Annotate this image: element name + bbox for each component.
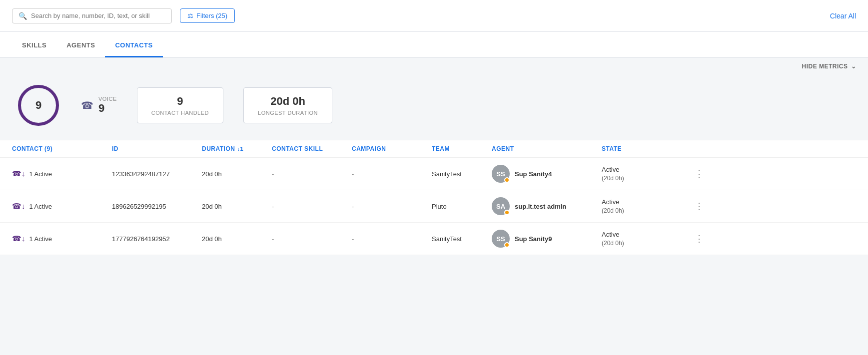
col-state: STATE [602,145,692,152]
contact-label-3: 1 Active [29,235,52,243]
filter-button[interactable]: ⚖ Filters (25) [180,8,235,23]
state-main-2: Active [602,198,692,207]
skill-cell-1: - [272,170,352,178]
state-sub-1: (20d 0h) [602,174,692,183]
skill-cell-2: - [272,203,352,210]
contact-label-1: 1 Active [29,170,52,178]
team-cell-3: SanityTest [432,235,492,243]
hide-metrics-button[interactable]: HIDE METRICS ⌄ [802,63,856,70]
col-duration-label: DURATION [202,145,235,152]
contact-cell-3: ☎↓ 1 Active [12,234,112,243]
search-icon: 🔍 [18,12,27,20]
col-contact: CONTACT (9) [12,145,112,152]
metrics-toggle-bar: HIDE METRICS ⌄ [0,58,868,75]
agent-cell-1: SS Sup Sanity4 [492,165,602,183]
chevron-down-icon: ⌄ [851,63,857,70]
actions-cell-1: ⋮ [692,167,712,180]
longest-duration-label: LONGEST DURATION [258,110,318,116]
agent-status-indicator-1 [504,177,510,183]
state-main-3: Active [602,230,692,239]
campaign-cell-3: - [352,235,432,243]
col-actions [692,145,712,152]
agent-cell-3: SS Sup Sanity9 [492,230,602,248]
table-row: ☎↓ 1 Active 1777926764192952 20d 0h - - … [0,223,868,255]
actions-cell-3: ⋮ [692,232,712,245]
call-inbound-icon-2: ☎↓ [12,202,25,211]
hide-metrics-label: HIDE METRICS [802,63,848,70]
tab-contacts[interactable]: CONTACTS [105,34,162,57]
more-actions-button-3[interactable]: ⋮ [692,232,707,245]
state-cell-1: Active (20d 0h) [602,165,692,183]
campaign-cell-1: - [352,170,432,178]
search-box: 🔍 [12,8,172,23]
donut-value: 9 [35,99,41,112]
agent-name-1: Sup Sanity4 [515,170,552,178]
call-inbound-icon-3: ☎↓ [12,234,25,243]
contact-cell-2: ☎↓ 1 Active [12,202,112,211]
avatar-3: SS [492,230,510,248]
col-team: TEAM [432,145,492,152]
agent-name-3: Sup Sanity9 [515,235,552,243]
longest-duration-value: 20d 0h [258,95,318,108]
agent-name-2: sup.it.test admin [515,203,566,210]
tabs-bar: SKILLS AGENTS CONTACTS [0,32,868,58]
top-bar-left: 🔍 ⚖ Filters (25) [12,8,235,23]
table-row: ☎↓ 1 Active 1233634292487127 20d 0h - - … [0,158,868,190]
voice-count: 9 [98,102,117,115]
filter-label: Filters (25) [196,12,227,19]
more-actions-button-1[interactable]: ⋮ [692,167,707,180]
campaign-cell-2: - [352,203,432,210]
contact-handled-card: 9 CONTACT HANDLED [137,87,223,123]
col-duration[interactable]: DURATION ↓1 [202,145,272,152]
agent-cell-2: SA sup.it.test admin [492,197,602,215]
more-actions-button-2[interactable]: ⋮ [692,200,707,213]
team-cell-1: SanityTest [432,170,492,178]
skill-cell-3: - [272,235,352,243]
avatar-initials-3: SS [496,235,505,243]
donut-chart: 9 [16,83,61,128]
tab-agents[interactable]: AGENTS [56,34,105,57]
contacts-table: CONTACT (9) ID DURATION ↓1 CONTACT SKILL… [0,140,868,255]
id-cell-3: 1777926764192952 [112,235,202,243]
voice-info: VOICE 9 [98,96,117,115]
actions-cell-2: ⋮ [692,200,712,213]
voice-label: VOICE [98,96,117,102]
duration-cell-3: 20d 0h [202,235,272,243]
id-cell-1: 1233634292487127 [112,170,202,178]
table-row: ☎↓ 1 Active 189626529992195 20d 0h - - P… [0,190,868,223]
avatar-initials-2: SA [496,203,505,210]
voice-icon: ☎ [81,99,93,111]
top-bar: 🔍 ⚖ Filters (25) Clear All [0,0,868,32]
col-campaign: CAMPAIGN [352,145,432,152]
agent-status-indicator-2 [504,210,510,215]
clear-all-button[interactable]: Clear All [830,12,856,20]
duration-cell-2: 20d 0h [202,203,272,210]
state-sub-2: (20d 0h) [602,207,692,215]
metrics-area: 9 ☎ VOICE 9 9 CONTACT HANDLED 20d 0h LON… [0,75,868,140]
duration-cell-1: 20d 0h [202,170,272,178]
contact-cell-1: ☎↓ 1 Active [12,169,112,178]
call-inbound-icon: ☎↓ [12,169,25,178]
avatar-2: SA [492,197,510,215]
longest-duration-card: 20d 0h LONGEST DURATION [243,87,332,123]
state-cell-3: Active (20d 0h) [602,230,692,248]
agent-status-indicator-3 [504,242,510,248]
contact-label-2: 1 Active [29,203,52,210]
avatar-1: SS [492,165,510,183]
contact-handled-value: 9 [151,95,209,108]
contact-handled-label: CONTACT HANDLED [151,110,209,116]
state-cell-2: Active (20d 0h) [602,198,692,215]
state-sub-3: (20d 0h) [602,239,692,248]
filter-icon: ⚖ [187,12,193,19]
sort-icon: ↓1 [237,146,243,152]
col-agent: AGENT [492,145,602,152]
col-id: ID [112,145,202,152]
table-header: CONTACT (9) ID DURATION ↓1 CONTACT SKILL… [0,140,868,158]
col-contact-skill: CONTACT SKILL [272,145,352,152]
state-main-1: Active [602,165,692,174]
search-input[interactable] [31,12,165,19]
id-cell-2: 189626529992195 [112,203,202,210]
team-cell-2: Pluto [432,203,492,210]
voice-metric: ☎ VOICE 9 [81,96,117,115]
tab-skills[interactable]: SKILLS [12,34,56,57]
